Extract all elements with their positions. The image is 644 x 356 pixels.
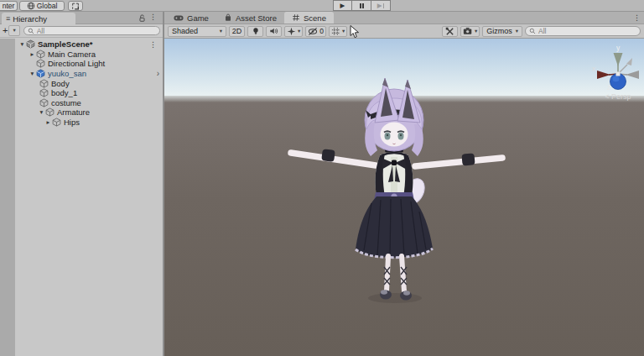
- 2d-label: 2D: [232, 27, 242, 35]
- item-label: SampleScene*: [38, 39, 92, 49]
- global-button-label: Global: [37, 2, 58, 10]
- cube-icon: [39, 88, 49, 97]
- play-icon: ▶: [340, 2, 345, 9]
- scene-content: y x z < Persp: [164, 39, 644, 356]
- item-label: body_1: [51, 88, 77, 97]
- hierarchy-toolbar: + ▾: [0, 24, 163, 38]
- scene-grid-icon: [292, 13, 300, 22]
- scene-toolbar-right: ▾ Gizmos ▾: [442, 26, 641, 37]
- gizmo-x-cone[interactable]: [597, 71, 610, 79]
- scene-icon: [26, 39, 35, 49]
- gizmo-right-cone[interactable]: [626, 71, 639, 79]
- tab-asset-store[interactable]: Asset Store: [216, 12, 284, 24]
- hierarchy-panel: ≡ Hierarchy ⋮ + ▾ ▾ SampleScene* ⋮: [0, 12, 163, 356]
- hierarchy-item-costume[interactable]: costume: [0, 98, 163, 108]
- speaker-icon: [269, 27, 278, 35]
- item-label: yuuko_san: [48, 69, 86, 78]
- grid-snapping-button[interactable]: [68, 1, 83, 11]
- hierarchy-tab-label: Hierarchy: [13, 14, 47, 24]
- hierarchy-search-input[interactable]: [37, 27, 156, 35]
- character-shadow: [368, 293, 422, 303]
- draw-mode-label: Shaded: [172, 27, 198, 35]
- lock-icon[interactable]: [138, 13, 146, 23]
- toggle-2d-button[interactable]: 2D: [229, 26, 245, 37]
- gizmos-dropdown[interactable]: Gizmos ▾: [482, 26, 522, 37]
- globe-icon: [27, 2, 35, 10]
- draw-mode-dropdown[interactable]: Shaded ▾: [168, 26, 226, 37]
- hierarchy-item-samplescene[interactable]: ▾ SampleScene* ⋮: [0, 39, 163, 50]
- orientation-gizmo[interactable]: y x z < Persp: [592, 44, 639, 101]
- hierarchy-item-yuuko-san[interactable]: ▾ yuuko_san ›: [0, 69, 163, 79]
- hierarchy-search[interactable]: [23, 26, 160, 35]
- hierarchy-item-body[interactable]: Body: [0, 78, 163, 88]
- cube-icon: [52, 118, 61, 127]
- disclosure-arrow[interactable]: ▸: [29, 51, 36, 58]
- scene-lighting-button[interactable]: [247, 26, 263, 37]
- search-icon: [529, 28, 536, 34]
- gizmo-z-label: z: [607, 83, 610, 92]
- disclosure-arrow[interactable]: ▸: [44, 119, 52, 126]
- scene-camera-dropdown[interactable]: ▾: [460, 26, 480, 37]
- pivot-center-button[interactable]: nter: [0, 1, 18, 11]
- effects-star-icon: [287, 27, 296, 36]
- disclosure-arrow[interactable]: ▾: [18, 41, 26, 48]
- asset-store-bag-icon: [224, 13, 232, 22]
- gizmo-y-cone[interactable]: [614, 53, 623, 66]
- item-label: Body: [51, 79, 70, 88]
- item-label: costume: [51, 98, 81, 107]
- grid-icon: [331, 27, 340, 36]
- scene-panel-menu-icon[interactable]: ⋮: [633, 13, 641, 22]
- disclosure-arrow[interactable]: ▾: [38, 109, 45, 116]
- scene-menu-icon[interactable]: ⋮: [149, 40, 157, 49]
- scene-toolbar: Shaded ▾ 2D ▾ 0 ▾: [164, 24, 644, 39]
- scene-effects-dropdown[interactable]: ▾: [284, 26, 303, 37]
- item-label: Main Camera: [48, 50, 96, 59]
- prefab-icon: [36, 69, 45, 78]
- disclosure-arrow[interactable]: ▾: [29, 71, 36, 77]
- scene-viewport[interactable]: y x z < Persp: [164, 39, 644, 356]
- tab-hierarchy[interactable]: ≡ Hierarchy: [2, 13, 75, 24]
- hierarchy-item-armature[interactable]: ▾ Armature: [0, 107, 163, 118]
- eye-off-icon: [308, 27, 318, 36]
- hierarchy-item-main-camera[interactable]: ▸ Main Camera: [0, 50, 163, 60]
- scene-tools-button[interactable]: [442, 26, 458, 37]
- hidden-objects-button[interactable]: 0: [305, 26, 326, 37]
- chevron-down-icon: ▾: [342, 28, 345, 34]
- hierarchy-menu-icon[interactable]: ⋮: [149, 13, 157, 21]
- item-label: Directional Light: [48, 59, 105, 68]
- tab-scene[interactable]: Scene: [284, 12, 334, 24]
- scene-tab-label: Scene: [304, 13, 326, 23]
- hierarchy-item-directional-light[interactable]: Directional Light: [0, 59, 163, 69]
- chevron-down-icon: ▾: [298, 28, 300, 34]
- hierarchy-tree: ▾ SampleScene* ⋮ ▸ Main Camera Direction…: [0, 39, 163, 356]
- prefab-open-chevron[interactable]: ›: [157, 69, 159, 78]
- step-button[interactable]: ▶: [371, 0, 391, 11]
- scene-search[interactable]: [525, 26, 641, 36]
- step-icon: ▶: [377, 2, 382, 9]
- grid-visibility-dropdown[interactable]: ▾: [329, 26, 347, 37]
- hierarchy-item-hips[interactable]: ▸ Hips: [0, 118, 163, 128]
- plus-icon: +: [3, 26, 8, 35]
- add-object-button[interactable]: + ▾: [3, 25, 20, 36]
- character-model[interactable]: [291, 78, 502, 301]
- scene-audio-button[interactable]: [266, 26, 282, 37]
- play-button[interactable]: ▶: [333, 0, 352, 11]
- chevron-down-icon: ▾: [516, 28, 518, 34]
- list-icon: ≡: [6, 14, 10, 23]
- chevron-down-icon: ▾: [220, 28, 222, 34]
- tab-game[interactable]: Game: [166, 12, 216, 24]
- chevron-down-icon: ▾: [475, 28, 477, 34]
- gizmo-x-label: x: [592, 65, 596, 73]
- chevron-down-icon: ▾: [8, 25, 19, 36]
- pause-button[interactable]: [352, 0, 371, 11]
- scene-search-input[interactable]: [538, 27, 636, 35]
- hierarchy-tabbar: ≡ Hierarchy ⋮: [0, 12, 163, 24]
- gizmo-persp-label[interactable]: < Persp: [605, 92, 631, 101]
- gizmo-hub: [616, 72, 621, 76]
- hierarchy-item-body-1[interactable]: body_1: [0, 88, 163, 98]
- global-orientation-button[interactable]: Global: [19, 1, 65, 11]
- hidden-count: 0: [319, 27, 324, 35]
- cube-icon: [39, 79, 49, 88]
- pause-icon: [360, 3, 361, 8]
- main-toolbar: nter Global ▶ ▶: [0, 0, 644, 12]
